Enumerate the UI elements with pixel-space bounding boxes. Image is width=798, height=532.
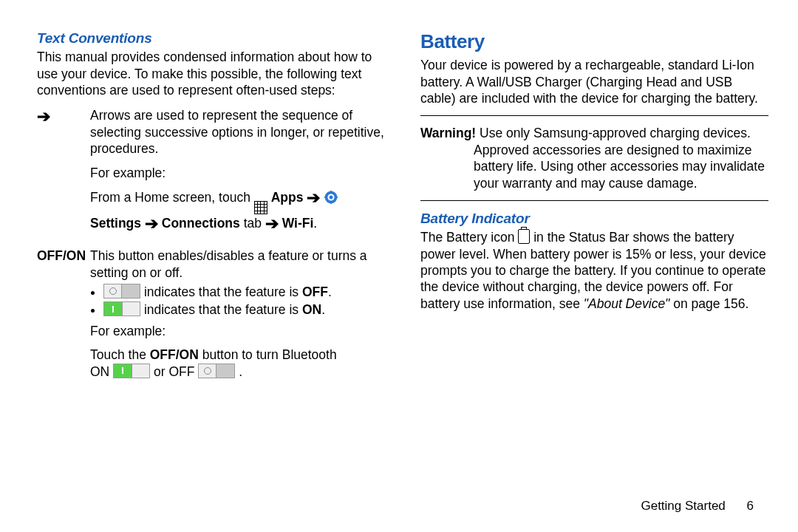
arrow-icon: ➔ [37,109,50,125]
page-footer: Getting Started 6 [641,498,754,514]
svg-rect-6 [335,197,338,198]
example-bluetooth: Touch the OFF/ON button to turn Bluetoot… [90,347,385,380]
heading-battery-indicator: Battery Indicator [420,210,768,228]
heading-text-conventions: Text Conventions [37,30,385,47]
divider-top [420,115,768,116]
footer-page-number: 6 [747,499,754,513]
toggle-off-icon [103,284,140,299]
arrow-description: Arrows are used to represent the sequenc… [90,107,385,157]
offon-description: This button enables/disables a feature o… [90,248,367,279]
battery-icon [518,229,530,244]
example-sequence: From a Home screen, touch Apps ➔ Setting… [90,188,385,231]
bullet-on: indicates that the feature is ON. [103,301,385,318]
svg-rect-3 [330,191,332,193]
svg-rect-4 [330,202,332,204]
warning-block: Warning! Use only Samsung-approved charg… [420,125,768,191]
intro-text-conventions: This manual provides condensed informati… [37,49,385,98]
battery-indicator-text: The Battery icon in the Status Bar shows… [420,229,768,312]
apps-grid-icon [254,201,267,214]
warning-label: Warning! [420,126,476,140]
svg-rect-5 [324,197,327,198]
for-example-2: For example: [90,323,385,339]
for-example-1: For example: [90,165,385,181]
offon-key: OFF/ON [37,248,90,387]
arrow-icon: ➔ [145,216,158,232]
definition-arrow: ➔ Arrows are used to represent the seque… [37,107,385,239]
arrow-icon: ➔ [307,190,320,206]
toggle-on-icon [103,301,140,316]
arrow-icon: ➔ [265,216,279,232]
svg-point-2 [330,196,333,200]
bullet-off: indicates that the feature is OFF. [103,284,385,300]
divider-bottom [420,200,768,201]
battery-intro: Your device is powered by a rechargeable… [420,57,768,106]
definition-offon: OFF/ON This button enables/disables a fe… [37,248,385,387]
toggle-on-icon [113,364,150,378]
settings-gear-icon [324,190,338,205]
toggle-off-icon [198,364,235,378]
heading-battery: Battery [420,30,768,54]
footer-section: Getting Started [641,499,725,513]
